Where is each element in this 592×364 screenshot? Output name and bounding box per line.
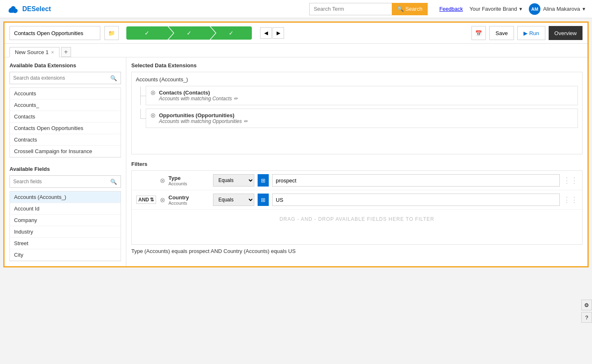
search-area: 🔍 Search xyxy=(309,3,428,15)
drag-handle-2[interactable]: ⋮⋮ xyxy=(563,195,578,204)
search-button[interactable]: 🔍 Search xyxy=(392,3,428,15)
toolbar: 📁 ✓ ✓ ✓ ◀ ▶ 📅 Save ▶ Run Overview xyxy=(5,23,587,44)
list-item[interactable]: Contacts Open Opportunities xyxy=(10,123,121,134)
search-icon: 🔍 xyxy=(397,6,404,12)
user-menu[interactable]: AM Alina Makarova ▾ xyxy=(529,3,585,15)
selected-de-title: Selected Data Extensions xyxy=(131,62,583,69)
svg-point-3 xyxy=(11,6,15,10)
fields-list: Accounts (Accounts_) Account Id Company … xyxy=(9,191,121,261)
edit-icon[interactable]: ✏ xyxy=(234,96,238,102)
chevron-down-icon: ▾ xyxy=(519,6,522,12)
grid-icon: ⊞ xyxy=(261,177,265,184)
filter-row-2: AND ⇅ ⊗ Country Accounts Equals ⊞ xyxy=(132,190,582,210)
filter-value-type-button-1[interactable]: ⊞ xyxy=(258,174,269,187)
grid-icon: ⊞ xyxy=(261,197,265,203)
list-item[interactable]: City xyxy=(10,249,121,261)
prev-arrow-button[interactable]: ◀ xyxy=(260,27,272,39)
de-item-description: Accounts with matching Opportunities ✏ xyxy=(159,118,573,124)
nav-links: Feedback Your Favorite Brand ▾ AM Alina … xyxy=(439,3,585,15)
fields-search-button[interactable]: 🔍 xyxy=(107,177,121,187)
list-item[interactable]: Accounts (Accounts_) xyxy=(10,191,121,203)
feedback-link[interactable]: Feedback xyxy=(439,6,463,12)
calendar-button[interactable]: 📅 xyxy=(471,26,486,40)
and-connector: AND ⇅ xyxy=(136,196,156,204)
overview-button[interactable]: Overview xyxy=(549,26,583,40)
app-name: DESelect xyxy=(22,5,51,13)
filter-summary: Type (Accounts) equals prospect AND Coun… xyxy=(131,245,583,258)
step-3[interactable]: ✓ xyxy=(211,26,252,40)
step-2[interactable]: ✓ xyxy=(168,26,210,40)
panels: Available Data Extensions 🔍 Accounts Acc… xyxy=(5,57,587,266)
list-item[interactable]: Account Id xyxy=(10,203,121,215)
play-icon: ▶ xyxy=(523,30,528,36)
search-icon: 🔍 xyxy=(110,75,117,81)
list-item[interactable]: Accounts xyxy=(10,88,121,99)
search-input[interactable] xyxy=(309,3,392,15)
list-item[interactable]: Contracts xyxy=(10,134,121,146)
filter-operator-select-2[interactable]: Equals xyxy=(213,194,254,206)
de-item-contacts: ⊗ Contacts (Contacts) Accounts with matc… xyxy=(146,86,578,105)
tab-close-icon[interactable]: × xyxy=(51,50,54,55)
de-item-opportunities: ⊗ Opportunities (Opportunities) Accounts… xyxy=(146,109,578,128)
de-root-header: Accounts (Accounts_) xyxy=(136,76,578,83)
nav-arrows: ◀ ▶ xyxy=(260,27,284,39)
filter-value-input-1[interactable] xyxy=(272,174,560,187)
save-button[interactable]: Save xyxy=(489,26,514,40)
and-label[interactable]: AND ⇅ xyxy=(136,196,156,204)
de-search-button[interactable]: 🔍 xyxy=(107,73,121,83)
list-item[interactable]: Accounts_ xyxy=(10,99,121,111)
filters-box: ⊗ Type Accounts Equals ⊞ ⋮⋮ xyxy=(131,170,583,245)
app-logo: DESelect xyxy=(7,5,51,14)
de-remove-button[interactable]: ⊗ xyxy=(150,90,156,96)
left-panel: Available Data Extensions 🔍 Accounts Acc… xyxy=(5,57,126,266)
step-1[interactable]: ✓ xyxy=(126,26,168,40)
list-item[interactable]: Company xyxy=(10,215,121,226)
drag-handle-1[interactable]: ⋮⋮ xyxy=(563,176,578,185)
brand-selector[interactable]: Your Favorite Brand ▾ xyxy=(469,6,522,12)
de-search-input[interactable] xyxy=(10,72,107,84)
add-tab-button[interactable]: + xyxy=(61,47,71,57)
query-name-input[interactable] xyxy=(9,26,100,40)
edit-icon[interactable]: ✏ xyxy=(244,118,248,124)
de-search-row: 🔍 xyxy=(9,72,121,84)
filter-operator-select-1[interactable]: Equals xyxy=(213,174,254,187)
avatar: AM xyxy=(529,3,540,15)
filter-value-input-2[interactable] xyxy=(272,194,560,206)
fields-search-input[interactable] xyxy=(10,176,107,187)
fields-search-row: 🔍 xyxy=(9,175,121,188)
toolbar-actions: 📅 Save ▶ Run Overview xyxy=(471,26,583,40)
top-nav: DESelect 🔍 Search Feedback Your Favorite… xyxy=(0,0,592,18)
chevron-down-icon: ▾ xyxy=(583,6,585,12)
de-item-name: Opportunities (Opportunities) xyxy=(159,112,573,118)
steps-container: ✓ ✓ ✓ xyxy=(126,26,253,40)
source-tab-1[interactable]: New Source 1 × xyxy=(9,47,59,57)
right-panel: Selected Data Extensions Accounts (Accou… xyxy=(126,57,587,266)
list-item[interactable]: Contacts xyxy=(10,111,121,123)
next-arrow-button[interactable]: ▶ xyxy=(272,27,284,39)
filter-drop-zone: DRAG - AND - DROP AVAILABLE FIELDS HERE … xyxy=(132,210,582,229)
de-list: Accounts Accounts_ Contacts Contacts Ope… xyxy=(9,87,121,158)
available-de-title: Available Data Extensions xyxy=(9,62,121,69)
list-item[interactable]: Industry xyxy=(10,226,121,238)
available-fields-title: Available Fields xyxy=(9,166,121,172)
filter-row-1: ⊗ Type Accounts Equals ⊞ ⋮⋮ xyxy=(132,171,582,190)
run-button[interactable]: ▶ Run xyxy=(517,26,545,40)
filter-remove-button-2[interactable]: ⊗ xyxy=(160,196,165,204)
calendar-icon: 📅 xyxy=(475,30,482,36)
de-item-description: Accounts with matching Contacts ✏ xyxy=(159,96,573,102)
list-item[interactable]: Street xyxy=(10,238,121,249)
filter-field-1: Type Accounts xyxy=(168,175,210,186)
filter-value-type-button-2[interactable]: ⊞ xyxy=(258,194,269,206)
de-item-name: Contacts (Contacts) xyxy=(159,90,573,96)
selected-de-box: Accounts (Accounts_) ⊗ Contacts (Contact… xyxy=(131,72,583,154)
folder-button[interactable]: 📁 xyxy=(104,26,119,40)
list-item[interactable]: Crossell Campaign for Insurance xyxy=(10,146,121,157)
search-icon: 🔍 xyxy=(110,179,117,185)
arrow-icon: ⇅ xyxy=(150,197,154,203)
filter-remove-button-1[interactable]: ⊗ xyxy=(160,177,165,184)
de-remove-button[interactable]: ⊗ xyxy=(150,112,156,119)
source-tab-bar: New Source 1 × + xyxy=(5,44,587,57)
filter-field-2: Country Accounts xyxy=(168,194,210,206)
filters-title: Filters xyxy=(131,161,583,167)
main-wrapper: 📁 ✓ ✓ ✓ ◀ ▶ 📅 Save ▶ Run Overview New So… xyxy=(3,21,589,267)
